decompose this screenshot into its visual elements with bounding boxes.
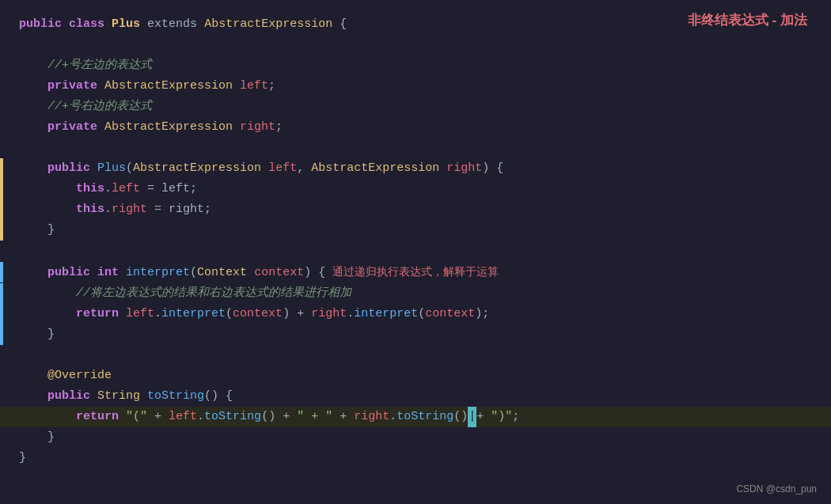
line-content-14: //将左边表达式的结果和右边表达式的结果进行相加: [3, 283, 351, 304]
line-content-9: this.left = left;: [3, 179, 197, 199]
code-line-21: }: [0, 427, 831, 448]
code-line-12: [0, 241, 831, 261]
line-content-17: [3, 345, 26, 366]
cursor: |: [468, 407, 476, 427]
code-line-6: private AbstractExpression right;: [0, 117, 831, 138]
code-line-19: public String toString() {: [0, 386, 831, 407]
line-content-18: @Override: [3, 366, 112, 386]
code-line-11: }: [0, 220, 831, 241]
code-container: 非终结表达式 - 加法 public class Plus extends Ab…: [0, 0, 831, 504]
line-content-4: private AbstractExpression left;: [3, 76, 275, 97]
code-line-18: @Override: [0, 366, 831, 386]
code-line-14: //将左边表达式的结果和右边表达式的结果进行相加: [0, 283, 831, 304]
code-line-3: //+号左边的表达式: [0, 55, 831, 76]
line-content-7: [3, 138, 26, 158]
code-line-8: public Plus(AbstractExpression left, Abs…: [0, 158, 831, 179]
line-content-22: }: [3, 448, 26, 468]
line-content-15: return left.interpret(context) + right.i…: [3, 304, 489, 324]
code-line-10: this.right = right;: [0, 199, 831, 220]
line-content-11: }: [3, 220, 55, 241]
code-line-7: [0, 138, 831, 158]
line-content-21: }: [3, 427, 55, 448]
line-content-8: public Plus(AbstractExpression left, Abs…: [3, 158, 503, 179]
code-line-9: this.left = left;: [0, 179, 831, 199]
code-line-5: //+号右边的表达式: [0, 97, 831, 117]
line-content-1: public class Plus extends AbstractExpres…: [3, 14, 347, 35]
code-line-2: [0, 35, 831, 55]
line-content-13: public int interpret(Context context) { …: [3, 261, 499, 283]
code-line-1: public class Plus extends AbstractExpres…: [0, 14, 831, 35]
line-content-19: public String toString() {: [3, 386, 233, 407]
line-content-16: }: [3, 324, 55, 345]
line-content-10: this.right = right;: [3, 199, 211, 220]
watermark: CSDN @csdn_pun: [736, 483, 817, 495]
line-content-2: [3, 35, 26, 55]
line-content-5: //+号右边的表达式: [3, 97, 152, 117]
code-line-16: }: [0, 324, 831, 345]
code-line-22: }: [0, 448, 831, 468]
code-line-17: [0, 345, 831, 366]
code-line-4: private AbstractExpression left;: [0, 76, 831, 97]
code-line-13: public int interpret(Context context) { …: [0, 261, 831, 283]
line-content-6: private AbstractExpression right;: [3, 117, 283, 138]
line-content-20: return "(" + left.toString() + " + " + r…: [3, 407, 519, 427]
line-content-3: //+号左边的表达式: [3, 55, 152, 76]
code-line-20: return "(" + left.toString() + " + " + r…: [0, 407, 831, 427]
code-line-15: return left.interpret(context) + right.i…: [0, 304, 831, 324]
line-content-12: [3, 241, 26, 261]
